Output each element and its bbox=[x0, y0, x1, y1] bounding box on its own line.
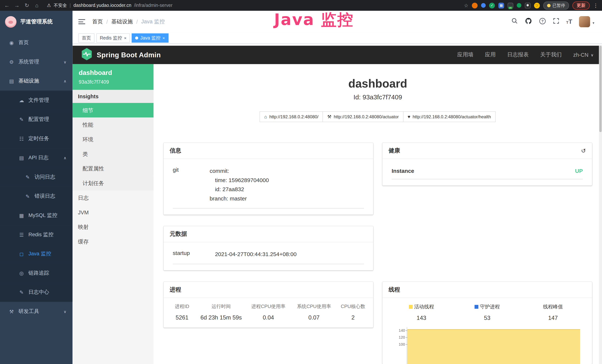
breadcrumb-item[interactable]: 首页 bbox=[92, 18, 103, 25]
extension-icon[interactable]: ✱ bbox=[525, 2, 531, 8]
avatar-caret-icon[interactable]: ▾ bbox=[592, 21, 594, 27]
sba-item-metrics[interactable]: 性能 bbox=[73, 118, 153, 132]
extension-icon[interactable]: on bbox=[508, 2, 513, 8]
process-col-header: CPU核心数 bbox=[337, 300, 369, 310]
legend-value: 143 bbox=[389, 314, 454, 321]
sidebar-item-trace[interactable]: ◎ 链路追踪 bbox=[0, 264, 73, 283]
extension-icon[interactable] bbox=[472, 2, 478, 8]
sidebar-item-dev-tools[interactable]: ⚒ 研发工具 ∨ bbox=[0, 302, 73, 321]
gauge-icon: ◉ bbox=[9, 40, 15, 45]
extension-icon[interactable]: ツ bbox=[534, 2, 540, 8]
fullscreen-icon[interactable] bbox=[553, 18, 559, 26]
screenshot-root: ← → ↻ ⌂ ⚠ 不安全 | dashboard.yudao.iocoder.… bbox=[0, 0, 602, 364]
hamburger-icon[interactable] bbox=[78, 19, 85, 24]
scrollbar-thumb[interactable] bbox=[599, 46, 602, 132]
sba-item-config-props[interactable]: 配置属性 bbox=[73, 161, 153, 176]
forward-icon[interactable]: → bbox=[14, 2, 20, 8]
security-warning-icon[interactable]: ⚠ bbox=[47, 3, 51, 8]
language-selector[interactable]: zh-CN ∨ bbox=[573, 52, 594, 58]
bookmark-star-icon[interactable]: ☆ bbox=[464, 2, 468, 8]
wrench-icon: ⚒ bbox=[327, 114, 331, 119]
threads-area-chart: 140 120 100 bbox=[389, 325, 586, 364]
extension-icon[interactable]: ▦ bbox=[498, 2, 504, 8]
sba-nav-journal[interactable]: 日志报表 bbox=[507, 51, 529, 58]
annotation-title: Java 监控 bbox=[274, 9, 354, 30]
reload-icon[interactable]: ↻ bbox=[24, 2, 30, 8]
github-icon[interactable] bbox=[525, 17, 532, 26]
sidebar-item-label: 配置管理 bbox=[28, 116, 49, 123]
sba-item-loggers[interactable]: 日志 bbox=[73, 191, 153, 205]
y-tick-120: 120 bbox=[399, 335, 405, 339]
font-size-icon[interactable]: TT bbox=[566, 18, 572, 25]
sidebar-item-redis-monitor[interactable]: ☰ Redis 监控 bbox=[0, 225, 73, 244]
process-col-header: 运行时间 bbox=[197, 300, 246, 310]
tab-home[interactable]: 首页 bbox=[78, 33, 94, 43]
sidebar-item-scheduled-jobs[interactable]: ☷ 定时任务 bbox=[0, 129, 73, 148]
address-bar[interactable]: ⚠ 不安全 | dashboard.yudao.iocoder.cn/infra… bbox=[47, 2, 172, 8]
close-icon[interactable]: × bbox=[162, 36, 165, 40]
extension-icon[interactable] bbox=[517, 3, 521, 8]
sidebar-item-java-monitor[interactable]: ◻ Java 监控 bbox=[0, 244, 73, 264]
sba-item-jvm[interactable]: JVM bbox=[73, 205, 153, 220]
sba-item-caches[interactable]: 缓存 bbox=[73, 234, 153, 249]
tab-redis-monitor[interactable]: Redis 监控 × bbox=[97, 33, 130, 43]
close-icon[interactable]: × bbox=[124, 36, 127, 40]
sidebar-item-access-log[interactable]: ✎ 访问日志 bbox=[0, 167, 73, 187]
back-icon[interactable]: ← bbox=[4, 2, 10, 8]
sba-brand-title[interactable]: Spring Boot Admin bbox=[97, 51, 161, 59]
service-url-link[interactable]: ⌂ http://192.168.0.2:48080/ bbox=[259, 111, 323, 122]
sba-logo-icon[interactable] bbox=[81, 48, 93, 62]
tab-java-monitor[interactable]: Java 监控 × bbox=[132, 33, 168, 43]
history-icon[interactable]: ↺ bbox=[581, 147, 586, 154]
sidebar-item-infra[interactable]: ▤ 基础设施 ∧ bbox=[0, 71, 73, 91]
sidebar-item-error-log[interactable]: ✎ 错误日志 bbox=[0, 187, 73, 206]
sidebar-item-api-log[interactable]: ▤ API 日志 ∧ bbox=[0, 148, 73, 167]
instance-links: ⌂ http://192.168.0.2:48080/ ⚒ http://192… bbox=[153, 111, 602, 122]
user-avatar[interactable] bbox=[579, 16, 590, 27]
sidebar-item-mysql-monitor[interactable]: ▦ MySQL 监控 bbox=[0, 206, 73, 225]
sidebar-item-config-manage[interactable]: ✎ 配置管理 bbox=[0, 110, 73, 129]
home-icon[interactable]: ⌂ bbox=[34, 2, 40, 8]
paused-badge[interactable]: 已暂停 bbox=[543, 1, 569, 9]
admin-sidebar: 芋道管理系统 ◉ 首页 ⚙ 系统管理 ∨ ▤ 基础设施 ∧ ☁ 文件管理 ✎ bbox=[0, 11, 73, 364]
layers-icon: ☰ bbox=[18, 232, 24, 237]
sidebar-item-label: API 日志 bbox=[28, 154, 49, 161]
tab-label: Java 监控 bbox=[140, 35, 161, 41]
health-url-link[interactable]: ♥ http://192.168.0.2:48080/actuator/heal… bbox=[403, 111, 495, 122]
sba-navbar: Spring Boot Admin 应用墙 应用 日志报表 关于我们 zh-CN… bbox=[73, 46, 602, 64]
log-icon: ▤ bbox=[18, 155, 24, 161]
app-logo[interactable]: 芋道管理系统 bbox=[0, 11, 73, 33]
legend-item: 活动线程 143 bbox=[389, 303, 454, 321]
scrollbar-track[interactable] bbox=[599, 45, 602, 364]
sba-item-details[interactable]: 细节 bbox=[73, 103, 153, 118]
sidebar-item-home[interactable]: ◉ 首页 bbox=[0, 33, 73, 52]
sba-item-mappings[interactable]: 映射 bbox=[73, 220, 153, 234]
cards-grid: 信息 git commit: time: 1596289704000 id: 2 bbox=[163, 143, 592, 364]
sidebar-item-log-center[interactable]: ✎ 日志中心 bbox=[0, 283, 73, 302]
schedule-icon: ☷ bbox=[18, 136, 24, 141]
sba-item-scheduled-tasks[interactable]: 计划任务 bbox=[73, 176, 153, 191]
sba-item-beans[interactable]: 类 bbox=[73, 147, 153, 161]
instance-header[interactable]: dashboard 93a3fc7f7409 bbox=[73, 64, 153, 90]
sidebar-item-system[interactable]: ⚙ 系统管理 ∨ bbox=[0, 52, 73, 72]
help-icon[interactable]: ? bbox=[539, 17, 546, 26]
sidebar-item-file-manage[interactable]: ☁ 文件管理 bbox=[0, 91, 73, 110]
edit-icon: ✎ bbox=[18, 289, 24, 295]
chevron-up-icon: ∧ bbox=[64, 79, 66, 83]
sba-nav-applications[interactable]: 应用 bbox=[485, 51, 495, 58]
browser-menu-icon[interactable]: ⋮ bbox=[593, 2, 598, 8]
sba-nav-about[interactable]: 关于我们 bbox=[540, 51, 562, 58]
breadcrumb-item[interactable]: 基础设施 bbox=[111, 18, 133, 25]
metadata-card: 元数据 startup 2021-04-27T00:44:31.254+08:0… bbox=[163, 226, 373, 270]
actuator-url-link[interactable]: ⚒ http://192.168.0.2:48080/actuator bbox=[322, 111, 403, 122]
legend-item: 线程峰值 147 bbox=[520, 303, 586, 321]
daemon-threads-swatch bbox=[474, 305, 478, 309]
search-icon[interactable] bbox=[511, 18, 518, 26]
extension-icon[interactable] bbox=[481, 3, 486, 8]
sba-item-environment[interactable]: 环境 bbox=[73, 132, 153, 147]
sba-nav-wallboard[interactable]: 应用墙 bbox=[457, 51, 473, 58]
process-value: 5261 bbox=[167, 310, 197, 323]
threads-legend: 活动线程 143 守护进程 53 线程峰值 bbox=[389, 303, 586, 321]
extension-icon[interactable]: ✓ bbox=[489, 2, 495, 8]
update-button[interactable]: 更新 bbox=[572, 1, 590, 9]
